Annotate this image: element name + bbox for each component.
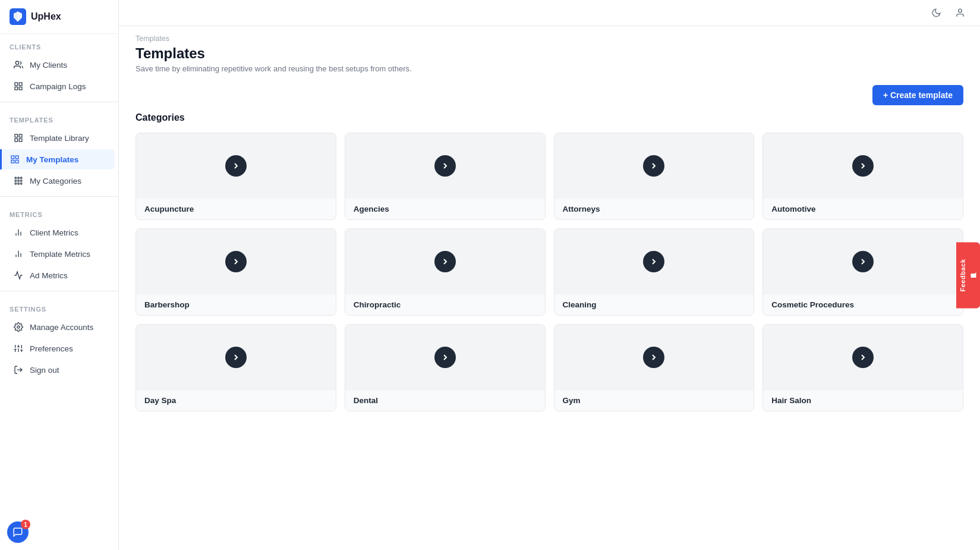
sidebar-item-my-categories[interactable]: My Categories <box>4 171 115 191</box>
svg-point-1 <box>15 61 18 64</box>
people-icon <box>13 59 24 70</box>
feedback-icon <box>970 272 977 279</box>
category-card-body-dental <box>345 325 545 390</box>
sidebar-item-template-metrics[interactable]: Template Metrics <box>4 244 115 264</box>
sidebar-item-my-templates-label: My Templates <box>26 155 78 164</box>
category-card-body-agencies <box>345 133 545 199</box>
category-card-gym[interactable]: Gym <box>554 324 755 411</box>
chart-icon <box>13 270 24 281</box>
category-card-label-acupuncture: Acupuncture <box>136 199 336 219</box>
svg-point-40 <box>958 9 962 12</box>
sidebar-item-my-templates[interactable]: My Templates <box>0 149 115 169</box>
category-card-barbershop[interactable]: Barbershop <box>136 228 336 316</box>
category-card-attorneys[interactable]: Attorneys <box>554 133 755 220</box>
sidebar-item-campaign-logs[interactable]: Campaign Logs <box>4 76 115 96</box>
divider-3 <box>0 291 118 291</box>
svg-rect-12 <box>15 160 18 163</box>
sidebar-item-template-metrics-label: Template Metrics <box>30 250 90 259</box>
category-card-body-automotive <box>763 133 963 199</box>
sidebar-item-sign-out-label: Sign out <box>30 366 59 375</box>
category-arrow-icon-chiropractic <box>434 251 456 272</box>
category-card-agencies[interactable]: Agencies <box>345 133 546 220</box>
theme-toggle-button[interactable] <box>928 5 944 21</box>
settings-icon <box>13 322 24 332</box>
chevron-right-icon <box>858 161 868 171</box>
category-card-label-barbershop: Barbershop <box>136 294 336 315</box>
category-card-body-acupuncture <box>136 133 336 199</box>
divider-2 <box>0 196 118 197</box>
user-icon <box>955 8 965 18</box>
logo[interactable]: UpHex <box>0 0 118 34</box>
category-card-hair-salon[interactable]: Hair Salon <box>762 324 963 411</box>
svg-point-15 <box>18 177 20 179</box>
chat-button[interactable]: 1 <box>7 521 29 543</box>
sidebar-item-preferences[interactable]: Preferences <box>4 338 115 359</box>
category-card-cosmetic-procedures[interactable]: Cosmetic Procedures <box>762 228 963 316</box>
sidebar-bottom: 1 <box>0 514 118 550</box>
svg-point-18 <box>18 180 20 182</box>
chevron-right-icon <box>231 257 241 266</box>
sidebar-item-sign-out[interactable]: Sign out <box>4 360 115 380</box>
create-template-button[interactable]: + Create template <box>872 85 963 105</box>
category-card-dental[interactable]: Dental <box>345 324 546 411</box>
svg-rect-6 <box>15 134 18 137</box>
category-card-body-attorneys <box>554 133 754 199</box>
feedback-tab[interactable]: Feedback <box>956 242 980 308</box>
category-card-label-agencies: Agencies <box>345 199 545 219</box>
category-arrow-icon-attorneys <box>643 155 664 177</box>
svg-rect-2 <box>15 83 18 86</box>
sidebar-section-clients: CLIENTS <box>0 34 118 54</box>
feedback-label[interactable]: Feedback <box>956 242 980 308</box>
category-arrow-icon-dental <box>434 347 456 368</box>
sidebar-item-template-library-label: Template Library <box>30 134 89 143</box>
category-card-chiropractic[interactable]: Chiropractic <box>345 228 546 316</box>
breadcrumb: Templates <box>119 26 980 45</box>
svg-rect-5 <box>15 87 18 90</box>
sidebar: UpHex CLIENTS My Clients Campaign Logs T… <box>0 0 119 550</box>
sidebar-item-my-clients[interactable]: My Clients <box>4 55 115 75</box>
chevron-right-icon <box>440 353 450 362</box>
chat-icon <box>12 527 23 538</box>
sidebar-item-ad-metrics[interactable]: Ad Metrics <box>4 265 115 285</box>
category-card-cleaning[interactable]: Cleaning <box>554 228 755 316</box>
grid-icon <box>13 133 24 143</box>
svg-point-16 <box>20 177 22 179</box>
category-arrow-icon-acupuncture <box>225 155 247 177</box>
svg-rect-13 <box>11 160 14 163</box>
feedback-text: Feedback <box>959 259 966 291</box>
sidebar-item-my-categories-label: My Categories <box>30 177 81 186</box>
svg-point-22 <box>20 183 22 184</box>
category-arrow-icon-day-spa <box>225 347 247 368</box>
sidebar-section-metrics: METRICS <box>0 202 118 222</box>
sidebar-item-template-library[interactable]: Template Library <box>4 128 115 148</box>
sidebar-item-client-metrics[interactable]: Client Metrics <box>4 222 115 243</box>
sliders-icon <box>13 343 24 354</box>
svg-point-29 <box>17 326 20 328</box>
chevron-right-icon <box>649 257 658 266</box>
sidebar-item-manage-accounts[interactable]: Manage Accounts <box>4 317 115 337</box>
category-card-day-spa[interactable]: Day Spa <box>136 324 336 411</box>
chat-badge: 1 <box>21 520 30 529</box>
chevron-right-icon <box>440 257 450 266</box>
svg-rect-8 <box>19 139 22 142</box>
logo-text: UpHex <box>31 11 61 22</box>
category-arrow-icon-cosmetic-procedures <box>852 251 874 272</box>
content-area: Templates Templates Save time by elimina… <box>119 26 980 550</box>
page-title: Templates <box>136 45 963 62</box>
sidebar-item-campaign-logs-label: Campaign Logs <box>30 82 86 91</box>
sidebar-item-ad-metrics-label: Ad Metrics <box>30 271 68 280</box>
svg-point-21 <box>18 183 20 184</box>
category-card-body-day-spa <box>136 325 336 390</box>
category-card-body-barbershop <box>136 229 336 294</box>
page-header: Templates Save time by eliminating repet… <box>119 45 980 78</box>
sidebar-section-templates: TEMPLATES <box>0 107 118 127</box>
chevron-right-icon <box>649 161 658 171</box>
category-card-acupuncture[interactable]: Acupuncture <box>136 133 336 220</box>
user-avatar-button[interactable] <box>951 5 968 21</box>
category-arrow-icon-hair-salon <box>852 347 874 368</box>
list-icon <box>13 81 24 92</box>
category-card-automotive[interactable]: Automotive <box>762 133 963 220</box>
bar-chart2-icon <box>13 249 24 259</box>
svg-rect-11 <box>15 156 18 159</box>
sidebar-section-settings: SETTINGS <box>0 296 118 316</box>
